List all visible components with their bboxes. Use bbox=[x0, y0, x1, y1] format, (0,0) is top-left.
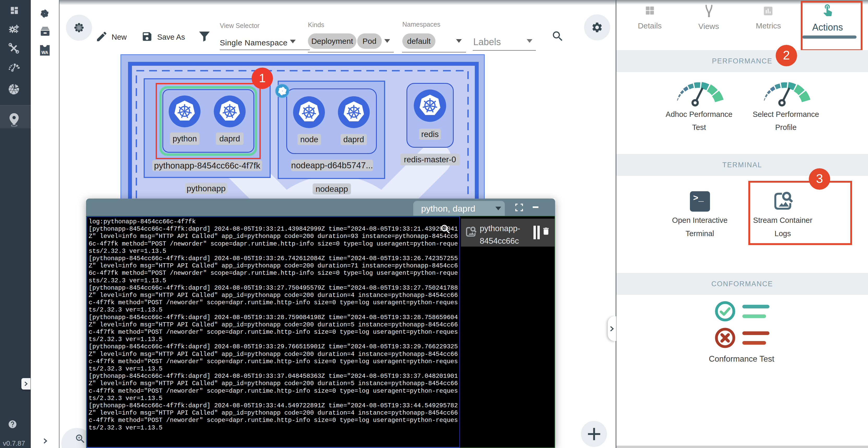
svg-text:WA: WA bbox=[41, 50, 48, 55]
